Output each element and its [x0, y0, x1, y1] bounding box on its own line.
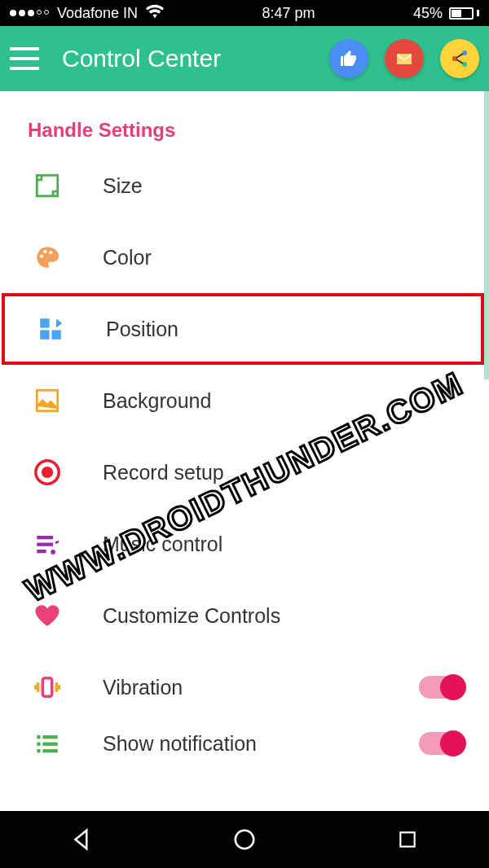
clock-label: 8:47 pm	[262, 5, 315, 22]
setting-background[interactable]: Background	[23, 365, 466, 436]
svg-rect-3	[37, 175, 58, 196]
setting-label: Vibration	[103, 676, 183, 699]
signal-dots-icon	[10, 10, 49, 16]
battery-icon	[449, 7, 479, 20]
battery-pct-label: 45%	[413, 5, 443, 22]
setting-color[interactable]: Color	[23, 221, 466, 293]
svg-point-20	[236, 831, 254, 849]
setting-size[interactable]: Size	[23, 150, 466, 221]
notification-toggle[interactable]	[419, 732, 463, 755]
navbar	[0, 811, 489, 868]
setting-label: Show notification	[103, 732, 257, 756]
svg-rect-19	[42, 749, 57, 752]
mail-icon	[394, 49, 414, 68]
svg-rect-7	[40, 318, 49, 327]
palette-icon	[28, 238, 67, 277]
back-button[interactable]	[65, 823, 98, 856]
phone-screen: Vodafone IN 8:47 pm 45% Control Center	[0, 0, 489, 868]
setting-label: Customize Controls	[103, 604, 280, 628]
svg-rect-21	[400, 832, 414, 846]
image-icon	[28, 381, 67, 420]
svg-rect-9	[51, 330, 60, 339]
setting-label: Background	[103, 389, 211, 413]
menu-icon[interactable]	[10, 47, 39, 70]
settings-list: Size Color Position	[23, 150, 466, 764]
like-button[interactable]	[329, 39, 368, 78]
statusbar: Vodafone IN 8:47 pm 45%	[0, 0, 489, 26]
section-title: Handle Settings	[28, 119, 466, 142]
vibration-toggle[interactable]	[419, 676, 463, 699]
svg-point-5	[43, 250, 46, 253]
recents-button[interactable]	[391, 823, 424, 856]
status-left: Vodafone IN	[10, 4, 164, 23]
svg-rect-8	[40, 330, 49, 339]
svg-rect-17	[42, 743, 57, 746]
setting-vibration[interactable]: Vibration	[23, 651, 466, 723]
carrier-label: Vodafone IN	[57, 5, 138, 22]
setting-label: Record setup	[103, 461, 224, 484]
heart-icon	[28, 596, 67, 635]
svg-rect-13	[42, 678, 51, 697]
share-icon	[450, 49, 469, 68]
svg-point-12	[42, 467, 53, 478]
thumbs-up-icon	[339, 49, 359, 68]
list-icon	[28, 724, 67, 763]
wifi-icon	[146, 4, 164, 23]
setting-customize[interactable]: Customize Controls	[23, 580, 466, 651]
appbar-title: Control Center	[62, 45, 221, 72]
size-icon	[28, 166, 67, 205]
setting-position[interactable]: Position	[2, 293, 484, 365]
record-icon	[28, 453, 67, 492]
content-area: Handle Settings Size Color	[0, 91, 489, 811]
music-icon	[28, 524, 67, 563]
setting-notification[interactable]: Show notification	[23, 723, 466, 764]
svg-rect-14	[37, 735, 40, 739]
appbar: Control Center	[0, 26, 489, 91]
svg-rect-18	[37, 749, 40, 752]
setting-music[interactable]: Music control	[23, 508, 466, 580]
vibration-icon	[28, 668, 67, 707]
svg-rect-15	[42, 735, 57, 739]
svg-rect-16	[37, 743, 40, 746]
setting-label: Position	[106, 318, 178, 341]
svg-point-4	[40, 254, 43, 257]
svg-point-6	[49, 251, 52, 254]
setting-label: Color	[103, 246, 152, 270]
mail-button[interactable]	[385, 39, 424, 78]
setting-label: Size	[103, 174, 143, 198]
setting-label: Music control	[103, 533, 222, 556]
settings-card: Handle Settings Size Color	[23, 91, 466, 811]
position-icon	[31, 309, 70, 349]
status-right: 45%	[413, 5, 479, 22]
home-button[interactable]	[228, 823, 261, 856]
share-button[interactable]	[440, 39, 479, 78]
setting-record[interactable]: Record setup	[23, 436, 466, 508]
